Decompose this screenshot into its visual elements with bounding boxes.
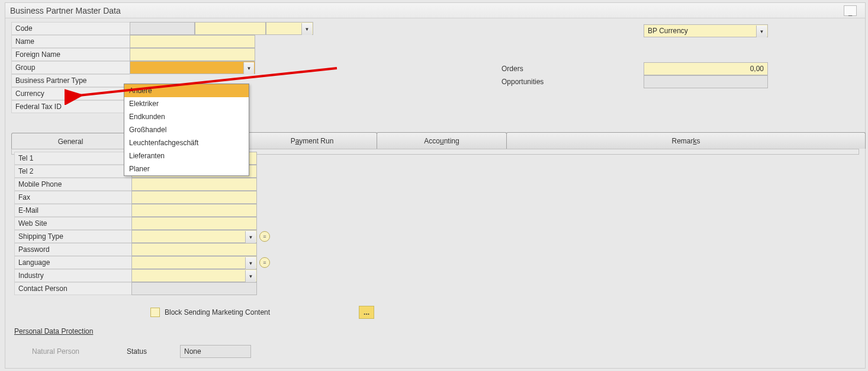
group-option[interactable]: Elektriker — [124, 97, 249, 110]
name-input[interactable] — [130, 35, 255, 48]
status-value: None — [180, 345, 251, 358]
contact-input[interactable] — [131, 282, 257, 295]
chevron-down-icon[interactable] — [301, 23, 312, 35]
label-website: Web Site — [14, 217, 131, 230]
app-window: Business Partner Master Data _ Code Name… — [5, 2, 866, 369]
label-taxid: Federal Tax ID — [11, 100, 130, 113]
group-option[interactable]: Planer — [124, 162, 249, 175]
group-option[interactable]: Leuchtenfachgeschäft — [124, 136, 249, 149]
label-bptype: Business Partner Type — [11, 74, 130, 87]
tab-accounting[interactable]: Accounting — [377, 132, 507, 149]
foreign-name-input[interactable] — [130, 48, 255, 61]
personal-data-protection-link[interactable]: Personal Data Protection — [14, 327, 93, 335]
label-opportunities: Opportunities — [501, 78, 644, 86]
language-detail-button[interactable]: ≡ — [259, 257, 270, 268]
code-prefix-input[interactable] — [130, 22, 195, 35]
tab-remarks[interactable]: Remarks — [506, 132, 866, 149]
industry-select[interactable] — [131, 269, 257, 282]
code-input[interactable] — [195, 22, 266, 35]
chevron-down-icon[interactable] — [245, 270, 256, 282]
group-option[interactable]: Endkunden — [124, 110, 249, 123]
chevron-down-icon[interactable] — [243, 62, 254, 74]
checkbox-box[interactable] — [150, 308, 160, 317]
opportunities-value — [644, 75, 768, 88]
label-password: Password — [14, 243, 131, 256]
right-fields: BP Currency Orders 0,00 Opportunities — [501, 24, 768, 88]
more-button[interactable]: ... — [359, 306, 374, 319]
label-email: E-Mail — [14, 204, 131, 217]
label-foreign-name: Foreign Name — [11, 48, 130, 61]
language-select[interactable] — [131, 256, 257, 269]
label-status: Status — [127, 347, 180, 356]
block-marketing-checkbox[interactable]: Block Sending Marketing Content — [150, 308, 270, 317]
label-shipping: Shipping Type — [14, 230, 131, 243]
form-area: Code Name Foreign Name Group Business Pa… — [5, 18, 865, 117]
tab-payment-run[interactable]: Payment Run — [247, 132, 377, 149]
tab-label: Payment Run — [291, 137, 334, 145]
email-input[interactable] — [131, 204, 257, 217]
bpcurrency-select[interactable]: BP Currency — [644, 24, 768, 37]
mobile-input[interactable] — [131, 178, 257, 191]
label-code: Code — [11, 22, 130, 35]
checkbox-label: Block Sending Marketing Content — [165, 308, 270, 316]
label-tel1: Tel 1 — [14, 152, 131, 165]
shipping-select[interactable] — [131, 230, 257, 243]
chevron-down-icon[interactable] — [245, 231, 256, 243]
group-option[interactable]: Lieferanten — [124, 149, 249, 162]
group-dropdown-list[interactable]: Andere Elektriker Endkunden Großhandel L… — [124, 84, 249, 176]
website-input[interactable] — [131, 217, 257, 230]
chevron-down-icon[interactable] — [756, 25, 767, 37]
tab-label: Accounting — [424, 137, 459, 145]
window-title: Business Partner Master Data — [10, 6, 121, 15]
tab-label: Remarks — [671, 137, 700, 145]
label-natural-person: Natural Person — [32, 347, 127, 356]
label-currency: Currency — [11, 87, 130, 100]
minimize-button[interactable]: _ — [844, 5, 857, 16]
label-group: Group — [11, 61, 130, 74]
chevron-down-icon[interactable] — [245, 257, 256, 269]
code-type-select[interactable] — [266, 22, 313, 35]
label-fax: Fax — [14, 191, 131, 204]
label-orders: Orders — [501, 65, 644, 73]
fax-input[interactable] — [131, 191, 257, 204]
tab-general[interactable]: General — [11, 133, 130, 149]
label-tel2: Tel 2 — [14, 165, 131, 178]
group-option[interactable]: Andere — [124, 84, 249, 97]
label-name: Name — [11, 35, 130, 48]
titlebar: Business Partner Master Data _ — [5, 3, 865, 18]
tab-label: General — [58, 137, 83, 146]
label-language: Language — [14, 256, 131, 269]
password-input[interactable] — [131, 243, 257, 256]
label-mobile: Mobile Phone — [14, 178, 131, 191]
group-select[interactable] — [130, 61, 255, 74]
group-option[interactable]: Großhandel — [124, 123, 249, 136]
shipping-detail-button[interactable]: ≡ — [259, 231, 270, 242]
label-contact: Contact Person — [14, 282, 131, 295]
bpcurrency-value: BP Currency — [648, 27, 688, 35]
label-industry: Industry — [14, 269, 131, 282]
orders-value: 0,00 — [644, 62, 768, 75]
